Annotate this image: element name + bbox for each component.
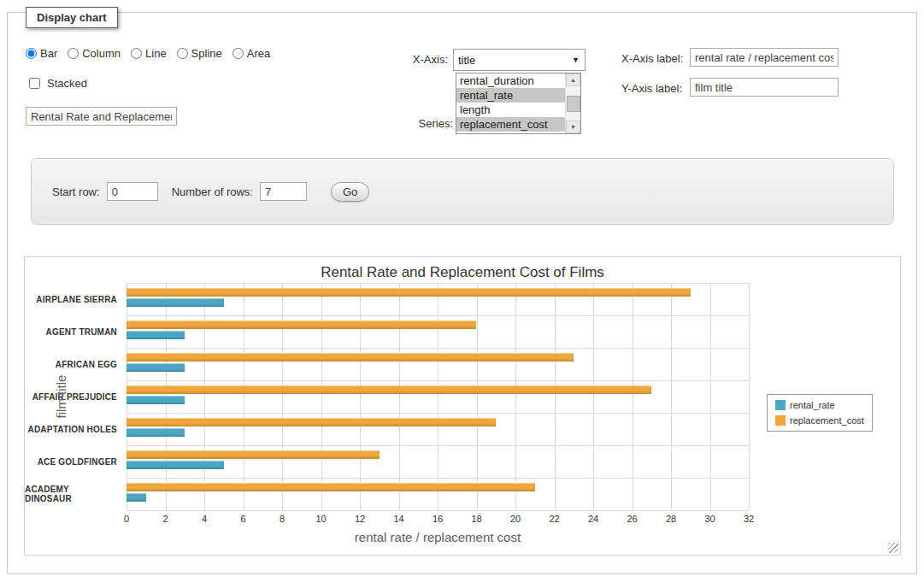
x-tick-label: 30 [704,514,715,524]
bar-rental_rate[interactable] [127,396,185,404]
x-tick-label: 8 [280,514,285,524]
series-listbox[interactable]: rental_duration rental_rate length repla… [456,73,581,134]
series-option-length[interactable]: length [456,103,569,117]
go-button[interactable]: Go [331,182,369,202]
chart-title-input[interactable] [26,107,177,126]
chart-type-label: Bar [40,47,57,60]
bar-replacement_cost[interactable] [127,483,535,491]
x-gridline [515,283,516,510]
series-option-replacement-cost[interactable]: replacement_cost [456,117,569,132]
bar-replacement_cost[interactable] [127,288,691,297]
x-tick-label: 26 [627,514,637,524]
y-gridline [127,510,749,511]
chart-title: Rental Rate and Replacement Cost of Film… [25,264,900,281]
page: { "panel": { "legend": "Display chart" }… [0,0,924,582]
plot-area [127,283,749,511]
x-axis-label-input[interactable] [690,48,839,67]
chart-type-group: Bar Column Line Spline Area [26,47,270,60]
x-gridline [282,283,283,510]
chart-type-bar[interactable]: Bar [26,47,57,60]
x-gridline [477,283,478,510]
chart-type-area[interactable]: Area [232,47,270,60]
x-tick-label: 18 [471,514,481,524]
x-tick-label: 14 [393,514,403,524]
bar-rental_rate[interactable] [127,428,185,437]
y-axis-label-caption: Y-Axis label: [621,82,682,95]
chart-type-label: Area [247,47,270,60]
bar-rental_rate[interactable] [127,461,224,469]
x-gridline [633,283,633,510]
chart-type-radio-column[interactable] [68,48,79,59]
x-tick-label: 6 [240,514,245,524]
y-gridline [127,478,749,479]
y-axis-title: film title [54,375,68,419]
series-option-rental-duration[interactable]: rental_duration [456,73,569,88]
x-tick-label: 28 [666,514,676,524]
start-row-input[interactable] [107,182,158,201]
stacked-checkbox[interactable] [29,78,40,89]
x-gridline [399,283,400,510]
legend-swatch-icon [775,415,786,426]
category-label: ACADEMY DINOSAUR [25,478,117,510]
x-tick-row: 02468101214161820222426283032 [127,514,749,526]
chart-type-line[interactable]: Line [131,47,167,60]
chart-type-column[interactable]: Column [68,47,121,60]
chart-type-label: Column [82,47,121,60]
category-label: AIRPLANE SIERRA [25,283,117,315]
series-option-rental-rate[interactable]: rental_rate [456,88,569,103]
bar-rental_rate[interactable] [127,493,146,502]
chart-type-radio-area[interactable] [232,48,244,59]
x-gridline [244,283,244,510]
num-rows-caption: Number of rows: [172,185,253,198]
x-axis-select[interactable]: title [454,50,585,70]
bar-replacement_cost[interactable] [127,418,496,426]
bar-rental_rate[interactable] [127,363,185,372]
legend-item[interactable]: rental_rate [775,400,864,410]
y-axis-label-input[interactable] [690,78,839,97]
display-chart-legend: Display chart [26,7,118,28]
bar-replacement_cost[interactable] [127,320,476,329]
bar-replacement_cost[interactable] [127,353,574,362]
chart-type-radio-bar[interactable] [26,48,37,59]
x-tick-label: 12 [355,514,365,524]
category-label: ADAPTATION HOLES [25,413,117,445]
x-tick-label: 0 [124,514,129,524]
legend-label: replacement_cost [790,415,864,426]
x-gridline [321,283,322,510]
legend-item[interactable]: replacement_cost [775,415,864,426]
x-tick-label: 4 [202,514,207,524]
listbox-scrollbar[interactable]: ▲ ▼ [565,73,580,133]
chart-container: Rental Rate and Replacement Cost of Film… [24,256,901,556]
bar-replacement_cost[interactable] [127,385,651,394]
x-axis-select-wrap: title ▼ [453,49,586,71]
x-gridline [204,283,205,510]
x-gridline [555,283,556,510]
x-axis-title: rental rate / replacement cost [127,530,749,544]
category-label: AFFAIR PREJUDICE [25,380,117,413]
scroll-down-icon[interactable]: ▼ [566,121,580,133]
chart-type-radio-line[interactable] [131,48,142,59]
scroll-up-icon[interactable]: ▲ [566,73,580,86]
y-gridline [127,413,749,414]
x-tick-label: 22 [549,514,559,524]
x-gridline [360,283,361,510]
start-row-caption: Start row: [52,185,100,198]
x-gridline [671,283,672,510]
y-gridline [127,315,749,316]
scrollbar-thumb[interactable] [567,96,580,112]
bar-rental_rate[interactable] [127,298,224,307]
chart-type-spline[interactable]: Spline [177,47,222,60]
series-caption: Series: [415,117,453,130]
resize-handle-icon[interactable] [888,543,898,553]
bar-rental_rate[interactable] [127,331,185,339]
x-tick-label: 20 [510,514,521,524]
bar-replacement_cost[interactable] [127,450,380,459]
num-rows-input[interactable] [260,182,307,201]
stacked-option[interactable]: Stacked [26,75,87,91]
y-gridline [127,283,749,284]
chart-type-label: Spline [191,47,222,60]
category-labels: AIRPLANE SIERRAAGENT TRUMANAFRICAN EGGAF… [25,283,121,510]
y-gridline [127,348,749,349]
chart-type-radio-spline[interactable] [177,48,188,59]
category-label: AFRICAN EGG [25,348,117,380]
